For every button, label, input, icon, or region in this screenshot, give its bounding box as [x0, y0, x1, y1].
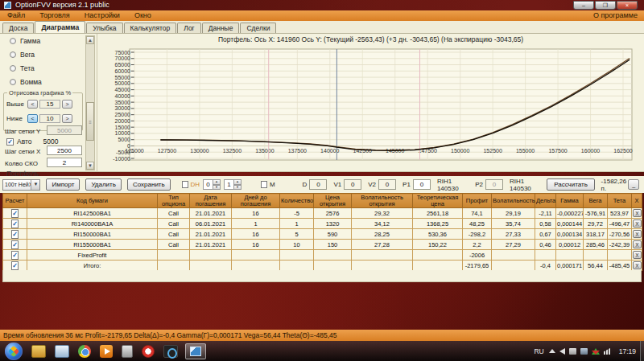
table-row[interactable]: ✓RI142500BA1Call21.01.202116-5257629,322…	[3, 208, 642, 219]
menu-item-Файл[interactable]: Файл	[0, 10, 32, 21]
import-button[interactable]: Импорт	[46, 178, 80, 191]
spinner-1[interactable]: 0 ▲▼	[203, 179, 221, 190]
table-row[interactable]: ✓RI150000BA1Call21.01.202116559028,25530…	[3, 229, 642, 240]
column-header-Дней до погашения[interactable]: Дней до погашения	[232, 194, 280, 208]
menu-about[interactable]: О программе	[593, 10, 638, 21]
spinner-2[interactable]: 1 ▲▼	[224, 179, 242, 190]
menu-item-Торговля[interactable]: Торговля	[32, 10, 77, 21]
row-checkbox[interactable]: ✓	[11, 251, 19, 260]
tab-Калькулятор[interactable]: Калькулятор	[124, 23, 177, 33]
scrollbar-thumb[interactable]: ≡	[86, 102, 94, 141]
row-delete-button[interactable]: X	[633, 230, 642, 238]
below-increase-button[interactable]: >	[62, 114, 72, 123]
tab-Доска[interactable]: Доска	[2, 23, 34, 33]
spinner-1-arrows[interactable]: ▲▼	[213, 179, 221, 190]
row-checkbox[interactable]: ✓	[11, 230, 19, 239]
close-button[interactable]: ×	[617, 1, 638, 10]
column-header-Дата погашения[interactable]: Дата погашения	[190, 194, 232, 208]
network-icon[interactable]	[604, 347, 612, 355]
show-desktop-button[interactable]	[640, 341, 644, 361]
table-row[interactable]: ✓FixedProfit-2006X	[3, 250, 642, 260]
row-select-cell[interactable]: ✓	[3, 260, 27, 271]
tab-Данные[interactable]: Данные	[202, 23, 240, 33]
tab-Улыбка[interactable]: Улыбка	[86, 23, 122, 33]
maximize-button[interactable]: ❐	[595, 1, 616, 10]
row-select-cell[interactable]: ✓	[3, 240, 27, 250]
below-decrease-button[interactable]: <	[27, 114, 38, 123]
row-select-cell[interactable]: ✓	[3, 229, 27, 240]
above-decrease-button[interactable]: <	[27, 100, 38, 109]
d-input[interactable]: 0	[309, 179, 327, 190]
radio-option-Вомма[interactable]: Вомма	[10, 78, 42, 86]
scroll-up-icon[interactable]: ▲	[86, 36, 94, 44]
row-delete-button[interactable]: X	[633, 219, 642, 228]
delete-button[interactable]: Удалить	[85, 178, 122, 191]
optionfvv-task-icon[interactable]	[185, 343, 206, 359]
above-increase-button[interactable]: >	[62, 100, 72, 109]
volume-icon[interactable]	[559, 348, 565, 355]
table-row[interactable]: ✓RI140000BA1ACall06.01.202111132034,1213…	[3, 219, 642, 229]
minimize-button[interactable]: –	[573, 1, 594, 10]
spinner-2-arrows[interactable]: ▲▼	[234, 179, 242, 190]
grid-y-input[interactable]: 5000	[47, 125, 82, 135]
row-delete-button[interactable]: X	[633, 251, 642, 259]
column-header-X[interactable]: X	[632, 194, 642, 208]
row-checkbox[interactable]: ✓	[11, 240, 19, 249]
tab-Диаграмма[interactable]: Диаграмма	[35, 21, 85, 33]
scroll-down-icon[interactable]: ▼	[86, 162, 94, 170]
column-header-Волатильность[interactable]: Волатильность	[492, 194, 535, 208]
row-select-cell[interactable]: ✓	[3, 208, 27, 219]
clock[interactable]: 17:19	[619, 347, 636, 355]
m-checkbox[interactable]	[261, 181, 267, 188]
row-delete-button[interactable]: X	[633, 209, 642, 217]
calculate-go-button[interactable]: Рассчитать ГО	[547, 178, 594, 191]
radio-option-Вега[interactable]: Вега	[10, 51, 35, 59]
tab-Лог[interactable]: Лог	[177, 23, 200, 33]
row-delete-button[interactable]: X	[633, 261, 642, 269]
menu-item-Настройки[interactable]: Настройки	[77, 10, 127, 21]
row-delete-button[interactable]: X	[633, 240, 642, 248]
grid-x-input[interactable]: 2500	[47, 146, 82, 155]
column-header-Код бумаги[interactable]: Код бумаги	[27, 194, 158, 208]
collapse-button[interactable]: _	[628, 179, 639, 190]
hidden-icons-chevron[interactable]	[549, 349, 555, 353]
column-header-Цена открытия[interactable]: Цена открытия	[314, 194, 352, 208]
table-row[interactable]: ✓RI155000BA1Call21.01.2021161015027,2815…	[3, 240, 642, 250]
column-header-Дельта[interactable]: Дельта	[535, 194, 556, 208]
v2-input[interactable]: 0	[378, 179, 396, 190]
p2-input[interactable]: 0	[485, 179, 503, 190]
antivirus-icon[interactable]	[592, 348, 600, 355]
menu-item-Окно[interactable]: Окно	[127, 10, 159, 21]
column-header-Профит[interactable]: Профит	[463, 194, 492, 208]
column-header-Вега[interactable]: Вега	[584, 194, 608, 208]
devtool-icon[interactable]	[55, 345, 69, 358]
media-player-icon[interactable]	[100, 345, 113, 358]
row-select-cell[interactable]: ✓	[3, 219, 27, 229]
column-header-Тип опциона[interactable]: Тип опциона	[158, 194, 190, 208]
input-indicator-icon[interactable]	[569, 348, 576, 355]
sidebar-scrollbar[interactable]: ▲ ≡ ▼	[85, 35, 95, 170]
opera-icon[interactable]	[163, 345, 178, 358]
row-select-cell[interactable]: ✓	[3, 250, 27, 260]
column-header-Теоретическая цена[interactable]: Теоретическая цена	[413, 194, 463, 208]
row-checkbox[interactable]: ✓	[11, 209, 19, 218]
sko-input[interactable]: 2	[47, 158, 82, 167]
tab-Сделки[interactable]: Сделки	[240, 23, 276, 33]
recycle-bin-icon[interactable]	[122, 345, 133, 358]
dh-checkbox[interactable]	[182, 181, 188, 188]
messenger-icon[interactable]	[580, 348, 588, 355]
chrome-icon[interactable]	[78, 345, 91, 358]
column-header-Расчет[interactable]: Расчет	[3, 194, 27, 208]
row-checkbox[interactable]: ✓	[11, 261, 19, 270]
v1-input[interactable]: 0	[344, 179, 361, 190]
portfolio-preset-dropdown[interactable]: 100т НейХанг ▼	[2, 179, 40, 191]
table-row[interactable]: ✓Итого:-2179,65-0,40,00017156,44-485,45X	[3, 260, 642, 271]
column-header-Количество[interactable]: Количество	[280, 194, 314, 208]
start-button[interactable]	[5, 343, 23, 360]
save-button[interactable]: Сохранить	[127, 178, 171, 191]
column-header-Волатильность открытия[interactable]: Волатильность открытия	[352, 194, 413, 208]
row-checkbox[interactable]: ✓	[11, 219, 19, 228]
column-header-Тета[interactable]: Тета	[608, 194, 632, 208]
radio-option-Гамма[interactable]: Гамма	[10, 37, 40, 45]
column-header-Гамма[interactable]: Гамма	[556, 194, 584, 208]
